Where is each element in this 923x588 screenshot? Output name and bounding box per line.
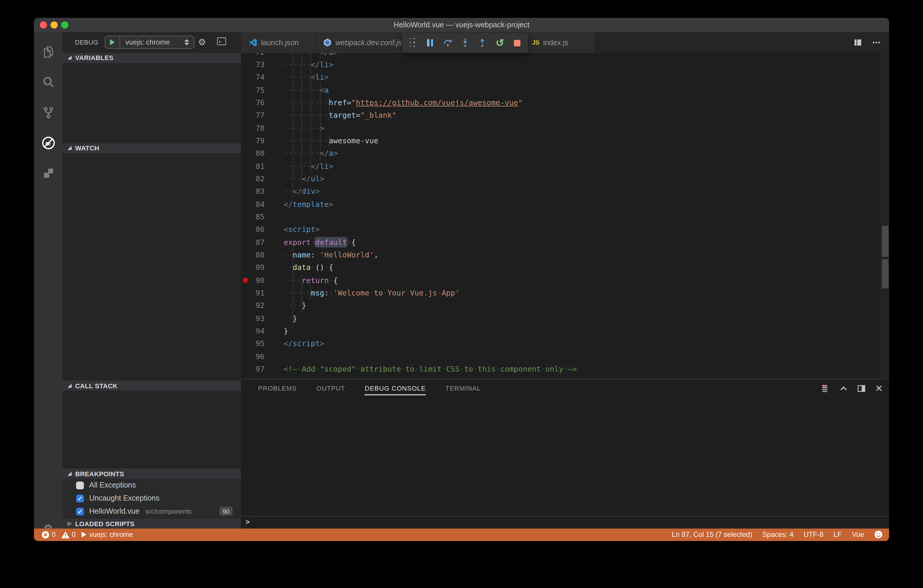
breakpoints-list: All Exceptions✓Uncaught Exceptions✓Hello… [62,479,241,518]
restart-button[interactable]: ↺ [493,36,506,50]
breakpoint-row[interactable]: ✓Uncaught Exceptions [62,492,241,505]
error-circle-icon [42,531,49,539]
panel-tab-output[interactable]: OUTPUT [316,384,345,393]
status-play[interactable]: vuejs: chrome [81,531,133,539]
line-number-gutter[interactable]: 84 [241,199,284,209]
step-into-button[interactable] [458,36,471,50]
status-item[interactable]: Spaces: 4 [762,531,794,539]
more-actions-icon[interactable] [872,38,881,47]
checkbox-unchecked[interactable] [76,481,84,489]
line-number-gutter[interactable]: 82 [241,174,284,183]
line-number-gutter[interactable]: 79 [241,136,284,145]
line-text: <!—·Add·"scoped"·attribute·to·limit·CSS·… [284,363,889,375]
source-control-icon[interactable] [34,97,62,128]
section-title: BREAKPOINTS [75,470,124,477]
split-panel-icon[interactable] [857,384,866,393]
status-item[interactable]: UTF-8 [803,531,823,539]
panel-tab-terminal[interactable]: TERMINAL [445,384,481,393]
launch-config-select[interactable]: vuejs: chrome [105,36,194,49]
line-number-gutter[interactable]: 86 [241,225,284,234]
configure-gear-icon[interactable]: ⚙ [198,37,206,48]
tab-label: index.js [543,38,568,47]
open-console-icon[interactable]: › [217,38,226,45]
start-debugging-button[interactable] [105,36,120,48]
checkbox-checked[interactable]: ✓ [76,508,84,515]
line-number-gutter[interactable]: 75 [241,85,284,94]
line-number-gutter[interactable]: 92 [241,301,284,310]
indent-guide [311,122,311,135]
status-text: 0 [72,531,76,539]
panel-tab-debug-console[interactable]: DEBUG CONSOLE [365,384,426,393]
status-error-circle[interactable]: 0 [42,531,56,539]
line-number-gutter[interactable]: 95 [241,339,284,348]
line-text: ··········target="_blank" [284,109,889,122]
feedback-smiley-icon[interactable] [874,531,882,539]
twistie-expanded-icon: ◢ [68,383,72,388]
extensions-icon[interactable] [34,158,62,189]
line-number-gutter[interactable]: 77 [241,111,284,120]
code-line: 74······<li> [241,71,889,84]
line-number-gutter[interactable]: 72 [241,53,284,56]
editor-scrollbar[interactable] [881,53,889,379]
split-editor-icon[interactable] [853,38,862,47]
editor-tab-launch.json[interactable]: launch.json [241,32,316,53]
drag-handle-icon[interactable] [406,36,419,50]
line-number-gutter[interactable]: 97 [241,365,284,373]
breakpoint-row[interactable]: All Exceptions [62,479,241,492]
line-number-gutter[interactable]: 81 [241,161,284,170]
section-header-watch[interactable]: ◢WATCH [62,143,241,153]
pause-button[interactable] [424,36,437,50]
line-text: } [284,325,889,337]
editor-tab-index.js[interactable]: JSindex.js [527,32,595,53]
indent-guide [302,147,302,159]
step-out-button[interactable] [476,36,489,50]
breakpoint-dot[interactable] [243,278,248,283]
status-item[interactable]: Vue [852,531,864,539]
line-number-gutter[interactable]: 85 [241,212,284,221]
line-number-gutter[interactable]: 93 [241,314,284,323]
section-title: LOADED SCRIPTS [75,520,135,527]
status-item[interactable]: LF [833,531,842,539]
panel-tab-problems[interactable]: PROBLEMS [258,384,297,393]
code-line: 80········</a> [241,147,889,159]
line-number-gutter[interactable]: 90 [241,276,284,285]
stop-button[interactable] [511,36,524,50]
indent-guide [292,248,293,261]
debug-console-input[interactable]: > [241,516,889,528]
line-number-gutter[interactable]: 87 [241,238,284,246]
status-bar: 00vuejs: chromeLn 87, Col 15 (7 selected… [34,528,889,541]
line-number-gutter[interactable]: 78 [241,123,284,132]
debug-icon[interactable] [34,128,62,158]
line-number-gutter[interactable]: 80 [241,149,284,158]
checkbox-checked[interactable]: ✓ [76,494,84,502]
close-panel-icon[interactable] [875,384,883,393]
indent-guide [311,53,311,58]
section-header-variables[interactable]: ◢VARIABLES [62,53,241,63]
code-line: 89··data·()·{ [241,261,889,274]
section-header-breakpoints[interactable]: ◢BREAKPOINTS [62,468,241,479]
status-warning-triangle[interactable]: 0 [61,531,76,539]
step-over-button[interactable] [441,36,454,50]
line-number-gutter[interactable]: 89 [241,263,284,272]
section-header-loaded-scripts[interactable]: ▷LOADED SCRIPTS [62,519,241,528]
line-number-gutter[interactable]: 91 [241,288,284,297]
line-number-gutter[interactable]: 88 [241,250,284,259]
line-number-gutter[interactable]: 94 [241,327,284,335]
code-editor[interactable]: 72········</a>73······</li>74······<li>7… [241,53,889,379]
line-number-gutter[interactable]: 73 [241,60,284,69]
search-icon[interactable] [34,67,62,97]
indent-guide [329,135,330,147]
section-header-call-stack[interactable]: ◢CALL STACK [62,381,241,391]
section-title: WATCH [75,145,99,152]
line-number-gutter[interactable]: 74 [241,73,284,82]
line-number-gutter[interactable]: 83 [241,187,284,196]
title-bar[interactable]: HelloWorld.vue — vuejs-webpack-project [34,18,889,33]
status-item[interactable]: Ln 87, Col 15 (7 selected) [672,531,752,539]
explorer-icon[interactable] [34,37,62,67]
tab-label: launch.json [261,38,299,47]
line-number-gutter[interactable]: 96 [241,352,284,361]
breakpoint-row[interactable]: ✓HelloWorld.vuesrc/components90 [62,505,241,518]
line-number-gutter[interactable]: 76 [241,98,284,107]
clear-console-icon[interactable] [821,384,830,393]
maximize-panel-icon[interactable] [839,384,848,393]
